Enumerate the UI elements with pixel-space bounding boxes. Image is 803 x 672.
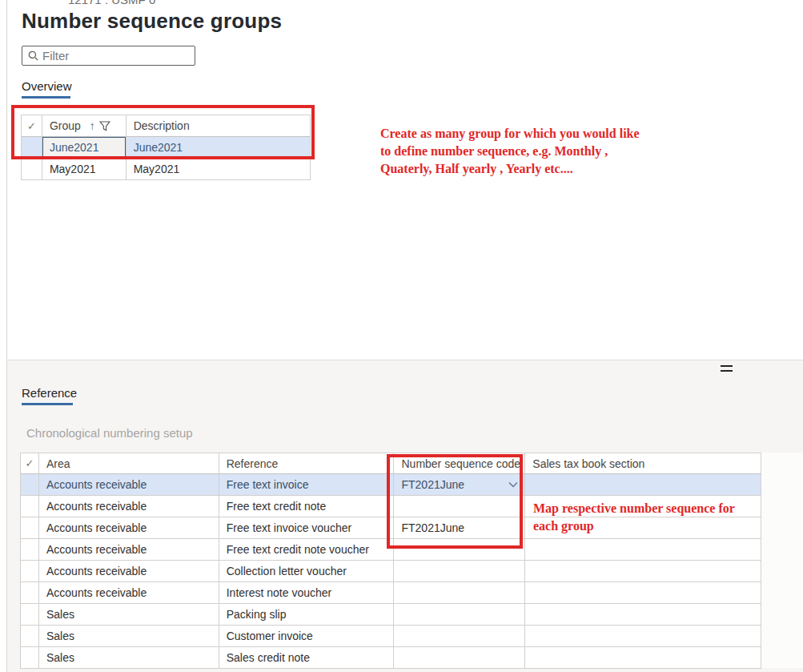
section-group-label: Chronological numbering setup — [26, 426, 193, 440]
tab-overview-underline — [22, 96, 70, 99]
reference-panel: Reference Chronological numbering setup … — [7, 360, 803, 672]
reference-cell[interactable]: Sales credit note — [219, 647, 395, 669]
row-select-cell[interactable] — [21, 604, 39, 626]
area-cell[interactable]: Accounts receivable — [39, 539, 219, 561]
tab-overview[interactable]: Overview — [22, 79, 72, 93]
row-select-cell[interactable] — [21, 539, 39, 561]
column-header-area[interactable]: Area — [39, 453, 219, 474]
filter-box[interactable] — [22, 46, 195, 66]
reference-cell[interactable]: Interest note voucher — [219, 582, 395, 604]
sales-tax-cell[interactable] — [525, 626, 761, 647]
column-header-reference[interactable]: Reference — [219, 453, 395, 474]
reference-cell[interactable]: Free text invoice — [219, 474, 395, 496]
sales-tax-cell[interactable] — [525, 604, 761, 626]
tab-reference[interactable]: Reference — [22, 386, 77, 400]
reference-cell[interactable]: Free text credit note voucher — [219, 539, 395, 561]
area-cell[interactable]: Accounts receivable — [39, 517, 219, 539]
reference-cell[interactable]: Free text invoice voucher — [219, 517, 395, 539]
area-cell[interactable]: Sales — [39, 604, 219, 626]
grid-filler-area — [761, 453, 803, 668]
row-select-cell[interactable] — [21, 474, 39, 496]
number-sequence-code-cell[interactable] — [394, 626, 525, 647]
breadcrumb: 12171 : USMF 0 — [68, 0, 155, 6]
reference-cell[interactable]: Collection letter voucher — [219, 561, 395, 582]
annotation-box-groups — [11, 105, 315, 159]
reference-cell[interactable]: Packing slip — [219, 604, 395, 626]
table-row[interactable]: Sales Packing slip — [21, 604, 761, 626]
sales-tax-cell[interactable] — [525, 582, 761, 604]
tab-reference-underline — [22, 403, 73, 405]
area-cell[interactable]: Accounts receivable — [39, 561, 219, 582]
table-row[interactable]: Accounts receivable Collection letter vo… — [21, 561, 761, 582]
column-header-sales-tax-book-section[interactable]: Sales tax book section — [525, 453, 761, 474]
sales-tax-cell[interactable] — [525, 539, 761, 561]
row-select-cell[interactable] — [21, 496, 39, 517]
description-cell[interactable]: May2021 — [126, 159, 311, 180]
sales-tax-cell[interactable] — [525, 561, 761, 582]
annotation-box-number-sequence — [387, 454, 523, 549]
sales-tax-cell[interactable] — [525, 474, 761, 496]
table-row[interactable]: Sales Customer invoice — [21, 626, 761, 647]
table-row[interactable]: Accounts receivable Interest note vouche… — [21, 582, 761, 604]
area-cell[interactable]: Sales — [39, 626, 219, 647]
overview-panel: 12171 : USMF 0 Number sequence groups Ov… — [7, 0, 803, 360]
select-all-header[interactable]: ✓ — [21, 453, 39, 474]
number-sequence-code-cell[interactable] — [394, 582, 525, 604]
area-cell[interactable]: Accounts receivable — [39, 474, 219, 496]
number-sequence-code-cell[interactable] — [394, 561, 525, 582]
row-select-cell[interactable] — [22, 159, 42, 180]
filter-input[interactable] — [42, 49, 179, 62]
sales-tax-cell[interactable] — [525, 647, 761, 669]
row-select-cell[interactable] — [21, 626, 39, 647]
group-cell[interactable]: May2021 — [42, 159, 126, 180]
row-select-cell[interactable] — [21, 561, 39, 582]
row-select-cell[interactable] — [21, 647, 39, 669]
area-cell[interactable]: Sales — [39, 647, 219, 669]
panel-splitter-handle[interactable] — [721, 365, 733, 372]
area-cell[interactable]: Accounts receivable — [39, 582, 219, 604]
annotation-text-groups: Create as many group for which you would… — [380, 125, 685, 178]
reference-cell[interactable]: Free text credit note — [219, 496, 395, 517]
search-icon — [28, 50, 38, 61]
annotation-text-mapping: Map respective number sequence for each … — [533, 500, 773, 535]
reference-cell[interactable]: Customer invoice — [219, 626, 395, 647]
number-sequence-code-cell[interactable] — [394, 647, 525, 669]
row-select-cell[interactable] — [21, 517, 39, 539]
table-row[interactable]: Sales Sales credit note — [21, 647, 761, 669]
number-sequence-code-cell[interactable] — [394, 604, 525, 626]
table-row[interactable]: May2021 May2021 — [22, 159, 311, 180]
row-select-cell[interactable] — [21, 582, 39, 604]
page-title: Number sequence groups — [22, 9, 282, 34]
area-cell[interactable]: Accounts receivable — [39, 496, 219, 517]
